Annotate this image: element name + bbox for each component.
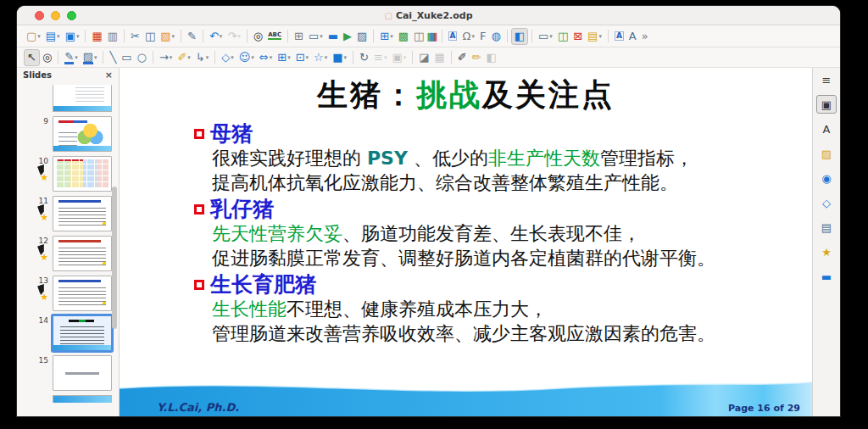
slide-thumbnail[interactable]: 13 ★ — [17, 276, 114, 311]
gallery-panel-icon[interactable]: ▨ — [816, 144, 837, 163]
fontwork-button[interactable]: F — [477, 28, 488, 45]
duplicate-slide-button[interactable]: ◫ — [555, 28, 570, 45]
slide-thumbnail-image[interactable] — [53, 315, 112, 351]
master-slides-panel-icon[interactable]: ▬ — [816, 267, 837, 286]
slide-thumbnail[interactable]: 10 ★ — [17, 156, 114, 192]
rectangle-tool[interactable]: ▭ — [119, 49, 134, 66]
slide-thumbnail-image[interactable] — [53, 276, 112, 311]
line-color-tool[interactable]: ✎▾ — [62, 49, 80, 66]
sidebar-settings-icon[interactable]: ≡ — [816, 70, 837, 89]
delete-slide-button[interactable]: ⊠ — [570, 28, 585, 45]
curves-polygons-tool[interactable]: ✐▾ — [175, 49, 192, 66]
slide-thumbnail[interactable]: 14 — [17, 315, 114, 351]
spelling-button[interactable]: ABC — [265, 28, 284, 45]
document-name: Cai_Xuke2.odp — [396, 10, 473, 21]
copy-button[interactable]: ◫ — [142, 28, 158, 45]
slide-thumbnail-image[interactable] — [53, 196, 112, 231]
toggle-extrusion-tool[interactable]: ◧ — [484, 49, 499, 66]
slide-title[interactable]: 生猪：挑战及关注点 — [120, 68, 812, 116]
slide-thumbnail[interactable] — [17, 86, 114, 112]
body-line: 管理肠道来改善营养吸收效率、减少主客观应激因素的危害。 — [212, 321, 812, 346]
shapes-panel-icon[interactable]: ◇ — [816, 193, 837, 212]
slide-thumbnail-image[interactable] — [53, 85, 112, 112]
section-piglets: 乳仔猪 先天性营养欠妥、肠道功能发育差、生长表现不佳， 促进肠黏膜正常发育、调整… — [194, 197, 812, 270]
slide-thumbnail-image[interactable] — [53, 156, 112, 192]
callouts-tool[interactable]: ⊡▾ — [293, 49, 311, 66]
body-line: 先天性营养欠妥、肠道功能发育差、生长表现不佳， — [212, 221, 812, 246]
ellipse-tool[interactable]: ○ — [135, 49, 149, 66]
cut-button[interactable]: ✂ — [128, 28, 142, 45]
fill-color-tool[interactable]: ▨▾ — [81, 49, 100, 66]
properties-panel-icon[interactable]: ▣ — [816, 95, 837, 114]
export-pdf-button[interactable]: ▦ — [89, 28, 104, 45]
insert-media-button[interactable]: ▨ — [354, 28, 370, 45]
arrange-tool[interactable]: ▣▾ — [389, 49, 409, 66]
more-tools-button[interactable]: » — [639, 28, 651, 45]
insert-table-button[interactable]: ⊞▾ — [377, 28, 395, 45]
clone-formatting-button[interactable]: ✎ — [185, 28, 199, 45]
close-window-button[interactable] — [35, 11, 44, 20]
select-tool[interactable]: ↖ — [24, 49, 40, 66]
slide-canvas[interactable]: 生猪：挑战及关注点 母猪 很难实践好理想的 PSY 、低少的非生产性天数管理指标… — [120, 68, 812, 416]
navigator-panel-icon[interactable]: ◉ — [816, 169, 837, 187]
rotate-tool[interactable]: ↻ — [357, 49, 371, 66]
insert-line-tool[interactable]: ╲ — [107, 49, 119, 66]
zoom-window-button[interactable] — [67, 11, 76, 20]
find-replace-button[interactable]: ◎ — [251, 28, 265, 45]
slide-thumbnail-image[interactable] — [53, 355, 112, 391]
master-slide-button[interactable]: ▭▾ — [306, 28, 326, 45]
print-button[interactable]: ▥ — [105, 28, 120, 45]
connectors-tool[interactable]: ↳▾ — [193, 49, 211, 66]
slide-properties-button[interactable]: ▤▾ — [585, 28, 604, 45]
character-spacing-button[interactable]: A — [626, 28, 639, 45]
align-tool[interactable]: ≡▾ — [371, 49, 389, 66]
lines-arrows-tool[interactable]: →▾ — [157, 49, 175, 66]
slide-transition-panel-icon[interactable]: ▤ — [816, 218, 837, 237]
zoom-tool[interactable]: ◎ — [40, 49, 54, 66]
crop-tool[interactable]: ▦ — [432, 49, 448, 66]
slide-thumbnail[interactable]: 11 ★ — [17, 196, 114, 231]
slide-thumbnail[interactable]: 15 — [17, 355, 114, 391]
save-button[interactable]: ▣▾ — [63, 28, 82, 45]
insert-text-box-button[interactable]: A — [446, 28, 460, 45]
minimize-window-button[interactable] — [51, 11, 60, 20]
slide-thumbnail[interactable]: 12 ★ — [17, 236, 114, 271]
show-draw-functions-button[interactable]: ◧ — [511, 28, 528, 45]
flowchart-tool[interactable]: ⊞▾ — [275, 49, 292, 66]
styles-panel-icon[interactable]: A — [816, 120, 837, 138]
glue-points-tool[interactable]: ✏ — [470, 49, 484, 66]
block-arrows-tool[interactable]: ⇔▾ — [257, 49, 275, 66]
redo-button[interactable]: ↷▾ — [225, 28, 242, 45]
display-mode-button[interactable]: ▬ — [326, 28, 341, 45]
insert-header-footer-button[interactable]: A — [612, 28, 626, 45]
insert-columns-button[interactable]: ◫ — [411, 28, 426, 45]
slide-body-text[interactable]: 母猪 很难实践好理想的 PSY 、低少的非生产性天数管理指标， 提高机体抗氧化应… — [194, 121, 812, 346]
edit-points-tool[interactable]: ✐ — [455, 49, 470, 66]
slide-thumbnail-image[interactable] — [53, 236, 112, 271]
slides-panel-close-icon[interactable]: × — [105, 70, 113, 81]
new-document-button[interactable]: ▢▾ — [24, 28, 43, 45]
undo-button[interactable]: ↶▾ — [207, 28, 225, 45]
new-slide-button[interactable]: ▭▾ — [536, 28, 555, 45]
basic-shapes-tool[interactable]: ◇▾ — [219, 49, 236, 66]
insert-image-button[interactable]: ▩ — [396, 28, 411, 45]
slide-thumbnail[interactable] — [17, 395, 114, 403]
slide-thumbnail-image[interactable] — [53, 395, 112, 403]
3d-objects-tool[interactable]: ■▾ — [330, 49, 349, 66]
paste-button[interactable]: ▧▾ — [158, 28, 177, 45]
animation-panel-icon[interactable]: ★ — [816, 242, 837, 261]
shadow-tool[interactable]: ◪ — [416, 49, 431, 66]
display-grid-button[interactable]: ⊞ — [292, 28, 306, 45]
bullet-square-icon — [194, 280, 204, 290]
slide-thumbnail-image[interactable] — [53, 116, 112, 152]
symbol-shapes-tool[interactable]: ☺▾ — [236, 49, 257, 66]
bullet-square-icon — [194, 129, 204, 139]
start-slideshow-button[interactable]: ▶ — [341, 28, 354, 45]
open-button[interactable]: ▤▾ — [43, 28, 63, 45]
special-character-button[interactable]: Ω▾ — [459, 28, 476, 45]
stars-tool[interactable]: ☆▾ — [311, 49, 330, 66]
slides-panel-scrollbar[interactable] — [112, 187, 117, 329]
insert-chart-button[interactable]: ▮ — [426, 28, 437, 45]
slide-thumbnail[interactable]: 9 — [17, 116, 114, 152]
hyperlink-button[interactable]: ◍ — [488, 28, 503, 45]
